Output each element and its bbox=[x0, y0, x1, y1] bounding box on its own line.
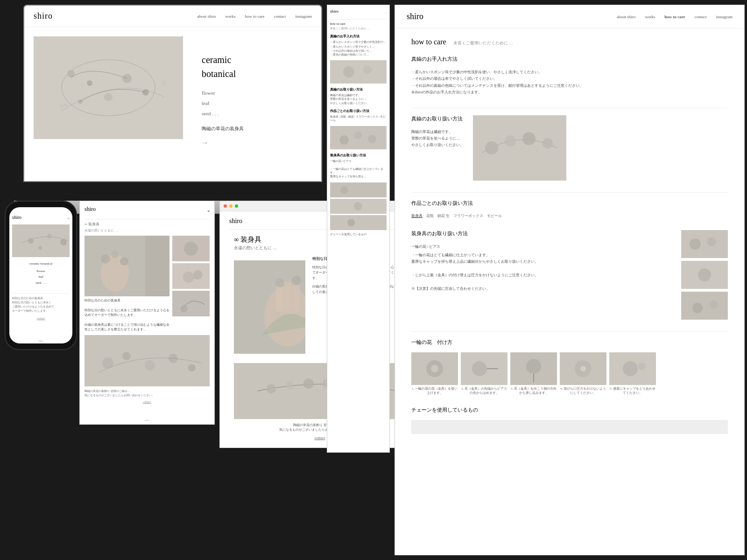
htc-step-label-2: 2. 耳（金具）の先端からピアスの先からはめます。 bbox=[461, 386, 507, 395]
htc-step-img-4 bbox=[560, 352, 606, 385]
svg-rect-61 bbox=[330, 215, 386, 230]
htc-accessories-text: 一輪の花 / ピアス ・一輪の花はとても繊細に仕上がっています。 重厚なキャップ… bbox=[411, 244, 672, 293]
htc-large-logo: shiro bbox=[407, 12, 423, 21]
phone-logo: shiro bbox=[12, 215, 21, 220]
browser-max-dot[interactable] bbox=[235, 204, 238, 208]
nav-instagram[interactable]: instagram bbox=[296, 14, 312, 19]
tablet-menu-icon[interactable]: ≡ bbox=[207, 209, 210, 213]
svg-point-78 bbox=[431, 365, 438, 372]
htc-section-1: 真鍮のお手入れ方法 ・柔らかいスポンジ等で少量の中性洗剤で… ・柔らかいスポンジ… bbox=[330, 34, 387, 56]
browser-min-dot[interactable] bbox=[229, 204, 233, 208]
htc-large-header: shiro about shiro works how to care cont… bbox=[395, 5, 744, 28]
laptop-nav: about shiro works how to care contact in… bbox=[197, 14, 312, 19]
htc-narrow-logo: shiro bbox=[330, 9, 338, 14]
svg-point-56 bbox=[368, 135, 376, 143]
htc-step-3: 3. 耳（金具）を向こう側の方向から差し込みます。 bbox=[510, 352, 557, 395]
phone-bottom-text: 特別な日のための装身具 特別な日の想いとともに末永く ご愛用いただけるよう心を込… bbox=[12, 296, 70, 313]
svg-point-80 bbox=[472, 361, 487, 376]
works-large-image bbox=[234, 260, 305, 354]
laptop-hero-title: ceramic botanical bbox=[202, 53, 244, 81]
works-browser: shiro aboutshiro works how tocare contac… bbox=[219, 201, 420, 448]
htc-brass-care-section: 真鍮のお手入れ方法 ・柔らかいスポンジ等で少量の中性洗剤を使い、やさしく洗浄して… bbox=[411, 56, 728, 96]
svg-point-40 bbox=[284, 274, 292, 282]
htc-narrow-img-4 bbox=[330, 199, 387, 214]
htc-nav-works[interactable]: works bbox=[645, 14, 655, 19]
laptop-hero: ceramic botanical flower leaf seed . . .… bbox=[24, 27, 321, 172]
svg-point-15 bbox=[38, 246, 42, 250]
htc-narrow-menu[interactable]: ≡ bbox=[385, 12, 387, 14]
svg-point-20 bbox=[120, 257, 128, 266]
htc-nav-about[interactable]: about shiro bbox=[617, 14, 635, 19]
svg-point-70 bbox=[707, 237, 716, 246]
svg-rect-26 bbox=[172, 291, 210, 316]
htc-step-img-5 bbox=[609, 352, 656, 385]
svg-point-69 bbox=[690, 238, 701, 250]
phone-menu-icon[interactable]: ≡ bbox=[67, 217, 70, 221]
svg-point-24 bbox=[183, 272, 194, 283]
htc-tab-accessories[interactable]: 装身具 bbox=[411, 213, 423, 218]
htc-section-2: 真鍮のお取り扱い方法 陶磁の草花は繊細です。実際の草花を並べるように…やさしくお… bbox=[330, 87, 387, 105]
htc-page-title: how to care bbox=[411, 38, 446, 46]
svg-point-18 bbox=[101, 254, 110, 264]
htc-tab-flowerbox[interactable]: フラワーボックス bbox=[453, 213, 483, 218]
htc-narrow-side-imgs bbox=[330, 182, 387, 230]
nav-contact[interactable]: contact bbox=[274, 14, 286, 19]
htc-large-nav: about shiro works how to care contact in… bbox=[617, 14, 733, 19]
howtocare-narrow-page: shiro ≡ how to care 末長くご愛用いただくために … 真鍮のお… bbox=[327, 5, 390, 453]
nav-works[interactable]: works bbox=[226, 14, 236, 19]
svg-rect-36 bbox=[276, 284, 283, 312]
svg-rect-38 bbox=[293, 281, 300, 312]
htc-narrow-img-2 bbox=[330, 126, 387, 149]
htc-tab-vase[interactable]: 花瓶 bbox=[426, 213, 434, 218]
svg-point-75 bbox=[710, 301, 718, 309]
htc-divider-2 bbox=[411, 192, 728, 193]
svg-point-10 bbox=[162, 80, 167, 86]
svg-rect-37 bbox=[284, 279, 291, 312]
tablet-large-img bbox=[85, 236, 169, 296]
tablet-bottom-img bbox=[85, 335, 210, 386]
svg-point-64 bbox=[485, 141, 498, 154]
svg-point-45 bbox=[303, 378, 314, 389]
htc-tab-mobile[interactable]: モビール bbox=[487, 213, 502, 218]
svg-point-51 bbox=[343, 66, 354, 77]
htc-step-label-1: 1. 一輪の花の花（金具）を使い上げます。 bbox=[411, 386, 458, 395]
phone-contact-link[interactable]: contact bbox=[12, 317, 70, 320]
tablet-mockup: shiro ≡ ∞ 装身具 永遠の想いとともに … bbox=[79, 201, 215, 425]
svg-point-90 bbox=[638, 363, 646, 370]
svg-point-43 bbox=[267, 384, 276, 393]
svg-rect-0 bbox=[34, 36, 183, 139]
svg-point-33 bbox=[188, 364, 196, 371]
svg-rect-73 bbox=[681, 292, 728, 320]
htc-category-tabs: 装身具 花瓶 鍋花 生 フラワーボックス モビール bbox=[411, 213, 728, 218]
htc-side-img-3 bbox=[681, 292, 728, 320]
svg-point-62 bbox=[347, 219, 355, 226]
htc-narrow-img-5 bbox=[330, 215, 387, 230]
svg-point-67 bbox=[543, 138, 553, 148]
phone-site-content: shiro ≡ ceramic botanical flower bbox=[9, 207, 72, 323]
laptop-jp-text: 陶磁の草花の装身具 bbox=[202, 126, 244, 132]
htc-nav-instagram[interactable]: instagram bbox=[716, 14, 733, 19]
svg-point-30 bbox=[122, 352, 131, 360]
svg-point-14 bbox=[60, 239, 67, 245]
htc-nav-howtocare[interactable]: how to care bbox=[664, 14, 685, 19]
svg-rect-50 bbox=[330, 60, 386, 84]
htc-flower-steps-section: 一輪の花 付け方 1. 一輪の花の花（金具）を使い上げます。 bbox=[411, 339, 728, 395]
tablet-footer-brand: shiro bbox=[145, 419, 149, 421]
htc-tab-ikebana[interactable]: 鍋花 生 bbox=[437, 213, 450, 218]
tablet-contact-link[interactable]: contact bbox=[85, 400, 210, 403]
svg-point-89 bbox=[623, 361, 638, 376]
nav-howtocare[interactable]: how to care bbox=[245, 14, 265, 19]
htc-item-handle-section: 作品ごとのお取り扱い方法 装身具 花瓶 鍋花 生 フラワーボックス モビール bbox=[411, 200, 728, 218]
svg-point-6 bbox=[104, 93, 113, 101]
svg-point-60 bbox=[354, 202, 362, 210]
nav-about[interactable]: about shiro bbox=[197, 14, 216, 19]
htc-chain-section: チェーンを使用しているもの bbox=[411, 406, 728, 434]
browser-close-dot[interactable] bbox=[224, 204, 227, 208]
htc-step-img-3 bbox=[510, 352, 557, 385]
htc-page-title-row: how to care 末長くご愛用いただくために … bbox=[411, 38, 728, 46]
tablet-img-1 bbox=[172, 236, 210, 261]
tablet-subtitle: 永遠の想いとともに … bbox=[85, 228, 210, 233]
htc-nav-contact[interactable]: contact bbox=[695, 14, 707, 19]
htc-step-img-2 bbox=[461, 352, 507, 385]
svg-point-44 bbox=[286, 381, 294, 390]
